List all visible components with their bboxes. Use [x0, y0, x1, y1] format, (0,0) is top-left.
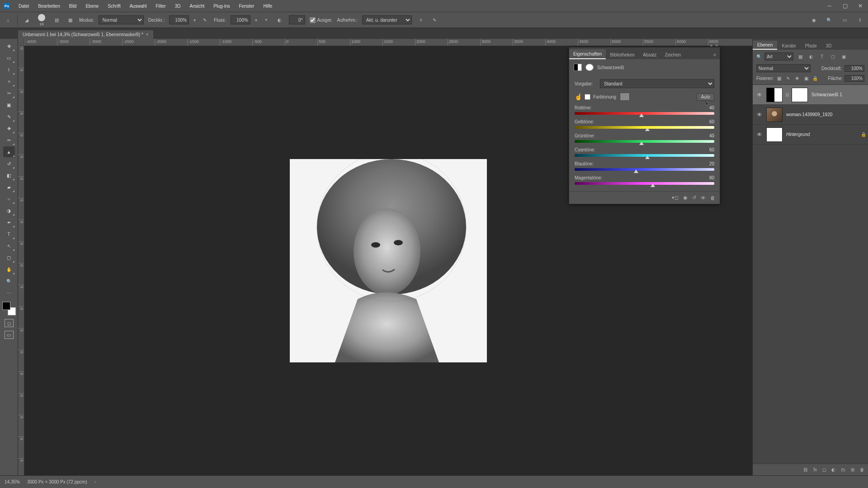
properties-tab[interactable]: Eigenschaften	[569, 49, 606, 59]
menu-item[interactable]: Bearbeiten	[34, 2, 64, 10]
opacity-input[interactable]	[169, 15, 189, 24]
ruler-vertical[interactable]: 05050505050505050505	[18, 46, 24, 475]
filter-pixel-icon[interactable]: ▦	[796, 54, 804, 59]
slider-handle[interactable]	[645, 127, 650, 131]
layer-thumb-icon[interactable]	[766, 88, 783, 102]
opacity-value-input[interactable]: 100%	[844, 65, 864, 72]
slider-value[interactable]: 60	[709, 147, 714, 152]
slider-value[interactable]: 40	[709, 133, 714, 138]
slider-handle[interactable]	[639, 141, 644, 145]
filter-shape-icon[interactable]: ▢	[829, 54, 837, 59]
menu-item[interactable]: Plug-ins	[209, 2, 234, 10]
fx-icon[interactable]: fx	[813, 467, 817, 472]
filter-type-select[interactable]: Art	[764, 52, 793, 61]
paragraph-tab[interactable]: Absatz	[639, 50, 661, 59]
flow-input[interactable]	[231, 15, 250, 24]
new-adj-icon[interactable]: ◐	[831, 467, 835, 472]
slider-value[interactable]: 20	[709, 161, 714, 166]
menu-item[interactable]: Schrift	[104, 2, 124, 10]
menu-item[interactable]: Datei	[14, 2, 33, 10]
layer-thumb-icon[interactable]	[766, 127, 783, 142]
close-button[interactable]: ✕	[853, 0, 868, 12]
new-layer-icon[interactable]: ⊞	[851, 467, 854, 472]
menu-item[interactable]: Ebene	[81, 2, 103, 10]
pressure-size-icon[interactable]: ✎	[430, 15, 439, 24]
hand-sampler-icon[interactable]: ☝	[575, 93, 585, 100]
link-icon[interactable]: ⛓	[784, 93, 790, 97]
panel-menu-icon[interactable]: ≡	[710, 51, 720, 59]
slider-handle[interactable]	[639, 113, 644, 117]
info-chevron-icon[interactable]: ›	[94, 479, 96, 484]
blend-mode-select[interactable]: Normal	[99, 15, 144, 24]
blur-tool[interactable]: ○	[3, 193, 15, 204]
pressure-opacity-icon[interactable]: ✎	[200, 15, 209, 24]
slider-handle[interactable]	[645, 155, 650, 159]
ruler-horizontal[interactable]: -4000-3500-3000-2500-2000-1500-1000-5000…	[24, 39, 752, 46]
document-tab[interactable]: Unbenannt-1 bei 14,3% (Schwarzweiß 1, Eb…	[18, 30, 153, 39]
type-tool[interactable]: T	[3, 229, 15, 239]
slider-track[interactable]	[575, 182, 714, 185]
more-tools[interactable]: ⋯	[3, 287, 15, 298]
brush-settings-icon[interactable]: ▦	[66, 15, 75, 24]
layer-name[interactable]: woman-1439909_1920	[784, 112, 866, 117]
close-tab-icon[interactable]: ×	[146, 32, 149, 37]
brush-preview[interactable]: 19	[36, 13, 47, 27]
cloud-docs-icon[interactable]: ◉	[809, 15, 818, 24]
lock-transparency-icon[interactable]: ▦	[775, 76, 783, 81]
layer-blend-select[interactable]: Normal	[756, 64, 811, 72]
lasso-tool[interactable]: ⌇	[3, 64, 15, 75]
stamp-tool[interactable]: ▲	[3, 146, 15, 157]
sample-select[interactable]: Akt. u. darunter	[362, 15, 412, 24]
dropdown-icon[interactable]: ▾	[193, 18, 196, 23]
fill-value-input[interactable]: 100%	[844, 75, 864, 82]
screenmode-toggle[interactable]: ▭	[5, 331, 14, 339]
brush-tool[interactable]: ✏	[3, 135, 15, 145]
airbrush-icon[interactable]: ⌖	[262, 15, 271, 24]
layer-thumb-icon[interactable]	[766, 108, 783, 122]
lock-position-icon[interactable]: ✥	[793, 76, 801, 81]
minimize-button[interactable]: ─	[822, 0, 837, 12]
heal-tool[interactable]: ✚	[3, 123, 15, 134]
view-previous-icon[interactable]: ◉	[683, 195, 688, 201]
layer-row[interactable]: 👁 woman-1439909_1920	[753, 105, 868, 125]
crop-tool[interactable]: ✂	[3, 88, 15, 99]
lock-artboard-icon[interactable]: ▣	[802, 76, 810, 81]
channels-tab[interactable]: Kanäle	[777, 42, 800, 50]
maximize-button[interactable]: ▢	[837, 0, 853, 12]
layer-row[interactable]: 👁 Hintergrund 🔒	[753, 125, 868, 145]
add-mask-icon[interactable]: ◻	[822, 467, 826, 472]
document-info[interactable]: 3000 Px × 3000 Px (72 ppcm)	[27, 479, 87, 484]
menu-item[interactable]: Bild	[65, 2, 81, 10]
menu-item[interactable]: Fenster	[235, 2, 258, 10]
search-icon[interactable]: 🔍	[825, 15, 834, 24]
slider-handle[interactable]	[634, 169, 638, 173]
filter-smart-icon[interactable]: ▣	[840, 54, 848, 59]
libraries-tab[interactable]: Bibliotheken	[606, 50, 638, 59]
slider-track[interactable]	[575, 112, 714, 115]
slider-track[interactable]	[575, 154, 714, 157]
delete-layer-icon[interactable]: 🗑	[860, 467, 864, 472]
tool-preset-icon[interactable]: ◢	[22, 15, 31, 24]
quickmask-toggle[interactable]: ◻	[5, 319, 14, 327]
tint-color-swatch[interactable]	[620, 93, 630, 101]
paths-tab[interactable]: Pfade	[801, 42, 821, 50]
eyedropper-tool[interactable]: ✎	[3, 111, 15, 122]
visibility-toggle[interactable]: 👁	[755, 131, 764, 138]
slider-value[interactable]: 60	[709, 119, 714, 124]
eraser-tool[interactable]: ◧	[3, 170, 15, 181]
slider-track[interactable]	[575, 126, 714, 129]
dropdown-icon[interactable]: ▾	[255, 18, 257, 23]
link-layers-icon[interactable]: ⛓	[803, 467, 808, 472]
character-tab[interactable]: Zeichen	[660, 50, 685, 59]
slider-track[interactable]	[575, 168, 714, 171]
menu-item[interactable]: Hilfe	[259, 2, 276, 10]
menu-item[interactable]: Auswahl	[126, 2, 151, 10]
layers-tab[interactable]: Ebenen	[753, 41, 777, 50]
slider-handle[interactable]	[651, 183, 655, 187]
collapse-panel-icon[interactable]: «	[710, 43, 713, 48]
foreground-color[interactable]	[2, 302, 10, 310]
new-group-icon[interactable]: 🗀	[841, 467, 845, 472]
preset-select[interactable]: Standard	[600, 79, 714, 88]
auto-button[interactable]: Auto	[697, 93, 714, 101]
color-swatch[interactable]	[2, 302, 16, 315]
